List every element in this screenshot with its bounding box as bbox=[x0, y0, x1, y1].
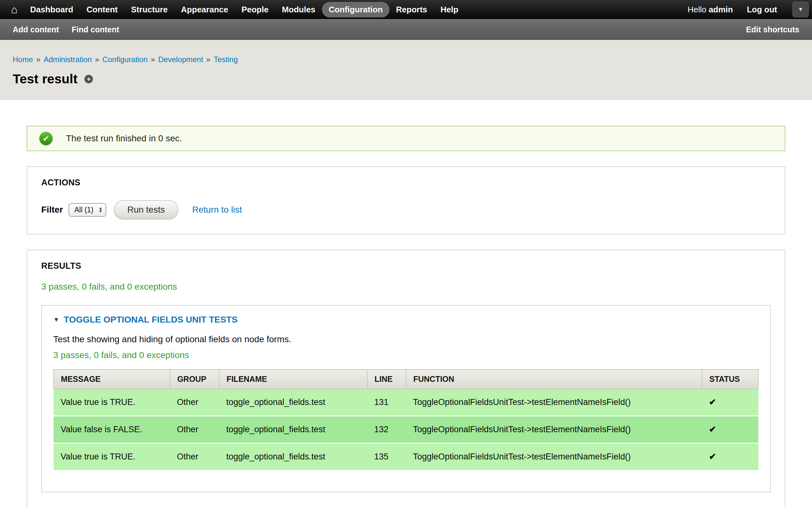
toolbar-item-configuration[interactable]: Configuration bbox=[322, 2, 389, 17]
table-header-row: MESSAGE GROUP FILENAME LINE FUNCTION STA… bbox=[54, 370, 758, 389]
results-summary: 3 passes, 0 fails, and 0 exceptions bbox=[41, 282, 771, 292]
shortcut-bar: Add content Find content Edit shortcuts bbox=[0, 19, 812, 40]
main-content: ✔ The test run finished in 0 sec. ACTION… bbox=[0, 126, 812, 507]
test-group-title[interactable]: ▼ TOGGLE OPTIONAL FIELDS UNIT TESTS bbox=[53, 315, 759, 325]
breadcrumb-separator: » bbox=[36, 55, 40, 64]
status-message-text: The test run finished in 0 sec. bbox=[66, 133, 182, 144]
status-check-icon: ✔ bbox=[39, 132, 53, 145]
cell-function: ToggleOptionalFieldsUnitTest->testElemen… bbox=[406, 416, 702, 443]
col-header-message: MESSAGE bbox=[54, 370, 170, 389]
cell-filename: toggle_optional_fields.test bbox=[219, 389, 367, 416]
home-icon[interactable]: ⌂ bbox=[5, 3, 23, 16]
breadcrumb-development[interactable]: Development bbox=[158, 55, 203, 64]
chevron-down-icon: ▼ bbox=[798, 6, 803, 13]
cell-group: Other bbox=[170, 443, 219, 470]
toolbar-item-help[interactable]: Help bbox=[434, 2, 465, 17]
breadcrumb: Home»Administration»Configuration»Develo… bbox=[13, 55, 799, 64]
toolbar-item-people[interactable]: People bbox=[235, 2, 275, 17]
toolbar-item-reports[interactable]: Reports bbox=[390, 2, 434, 17]
filter-label: Filter bbox=[41, 205, 63, 215]
breadcrumb-separator: » bbox=[151, 55, 155, 64]
cell-group: Other bbox=[170, 416, 219, 443]
return-to-list-link[interactable]: Return to list bbox=[192, 205, 242, 215]
pass-check-icon: ✔ bbox=[702, 416, 758, 443]
toolbar-item-content[interactable]: Content bbox=[80, 2, 124, 17]
table-row: Value true is TRUE. Other toggle_optiona… bbox=[54, 389, 758, 416]
col-header-function: FUNCTION bbox=[406, 370, 702, 389]
filter-select-value: All (1) bbox=[74, 206, 93, 214]
results-legend: RESULTS bbox=[41, 261, 771, 271]
shortcut-find-content[interactable]: Find content bbox=[72, 25, 119, 34]
shortcut-add-content[interactable]: Add content bbox=[13, 25, 59, 34]
col-header-line: LINE bbox=[367, 370, 406, 389]
cell-message: Value true is TRUE. bbox=[54, 443, 170, 470]
results-panel: RESULTS 3 passes, 0 fails, and 0 excepti… bbox=[27, 250, 785, 507]
col-header-group: GROUP bbox=[170, 370, 219, 389]
status-message: ✔ The test run finished in 0 sec. bbox=[27, 126, 785, 151]
toolbar-menu: Dashboard Content Structure Appearance P… bbox=[23, 0, 465, 19]
cell-message: Value false is FALSE. bbox=[54, 416, 170, 443]
edit-shortcuts-link[interactable]: Edit shortcuts bbox=[746, 25, 799, 34]
toolbar-item-structure[interactable]: Structure bbox=[124, 2, 174, 17]
cell-line: 131 bbox=[367, 389, 406, 416]
test-group-description: Test the showing and hiding of optional … bbox=[53, 334, 759, 344]
cell-function: ToggleOptionalFieldsUnitTest->testElemen… bbox=[406, 389, 702, 416]
toolbar-item-dashboard[interactable]: Dashboard bbox=[23, 2, 80, 17]
run-tests-button[interactable]: Run tests bbox=[114, 200, 178, 219]
results-table: MESSAGE GROUP FILENAME LINE FUNCTION STA… bbox=[53, 369, 759, 471]
select-stepper-icon: ▲ ▼ bbox=[99, 207, 103, 213]
cell-message: Value true is TRUE. bbox=[54, 389, 170, 416]
cell-line: 132 bbox=[367, 416, 406, 443]
title-row: Test result + bbox=[13, 72, 799, 87]
actions-panel: ACTIONS Filter All (1) ▲ ▼ Run tests Ret… bbox=[27, 166, 785, 234]
toolbar-item-modules[interactable]: Modules bbox=[275, 2, 322, 17]
collapse-triangle-icon: ▼ bbox=[53, 316, 59, 323]
cell-function: ToggleOptionalFieldsUnitTest->testElemen… bbox=[406, 443, 702, 470]
toolbar-orientation-toggle[interactable]: ▼ bbox=[792, 2, 809, 17]
breadcrumb-administration[interactable]: Administration bbox=[44, 55, 92, 64]
pass-check-icon: ✔ bbox=[702, 389, 758, 416]
user-greeting: Hello admin bbox=[688, 5, 733, 14]
col-header-status: STATUS bbox=[702, 370, 758, 389]
cell-filename: toggle_optional_fields.test bbox=[219, 416, 367, 443]
admin-toolbar: ⌂ Dashboard Content Structure Appearance… bbox=[0, 0, 812, 19]
actions-row: Filter All (1) ▲ ▼ Run tests Return to l… bbox=[41, 200, 771, 219]
logout-link[interactable]: Log out bbox=[747, 5, 777, 14]
breadcrumb-separator: » bbox=[206, 55, 210, 64]
table-row: Value false is FALSE. Other toggle_optio… bbox=[54, 416, 758, 443]
table-row: Value true is TRUE. Other toggle_optiona… bbox=[54, 443, 758, 470]
cell-line: 135 bbox=[367, 443, 406, 470]
cell-filename: toggle_optional_fields.test bbox=[219, 443, 367, 470]
username: admin bbox=[709, 5, 733, 14]
pass-check-icon: ✔ bbox=[702, 443, 758, 470]
page-title: Test result bbox=[13, 72, 78, 87]
actions-legend: ACTIONS bbox=[41, 178, 771, 187]
add-shortcut-icon[interactable]: + bbox=[84, 75, 93, 83]
test-group-fieldset: ▼ TOGGLE OPTIONAL FIELDS UNIT TESTS Test… bbox=[41, 305, 771, 493]
cell-group: Other bbox=[170, 389, 219, 416]
breadcrumb-separator: » bbox=[95, 55, 99, 64]
page-header: Home»Administration»Configuration»Develo… bbox=[0, 40, 812, 100]
breadcrumb-configuration[interactable]: Configuration bbox=[102, 55, 148, 64]
filter-select[interactable]: All (1) ▲ ▼ bbox=[68, 203, 106, 217]
breadcrumb-testing[interactable]: Testing bbox=[214, 55, 238, 64]
test-group-summary: 3 passes, 0 fails, and 0 exceptions bbox=[53, 350, 759, 360]
col-header-filename: FILENAME bbox=[219, 370, 367, 389]
breadcrumb-home[interactable]: Home bbox=[13, 55, 33, 64]
toolbar-item-appearance[interactable]: Appearance bbox=[174, 2, 235, 17]
